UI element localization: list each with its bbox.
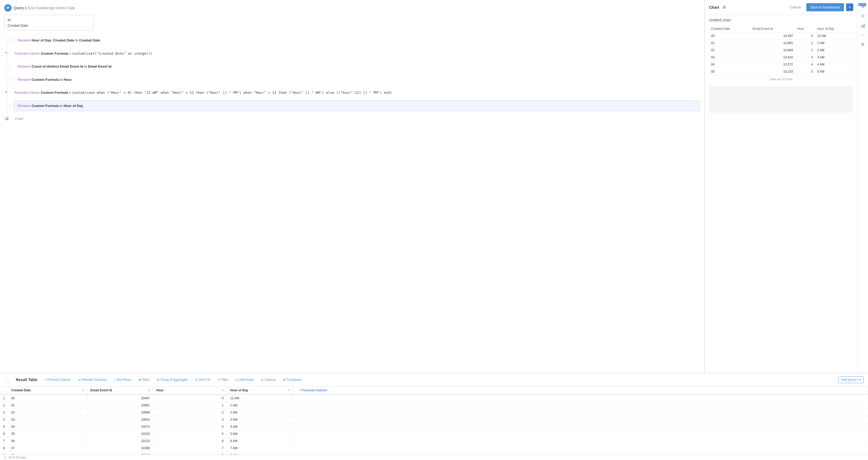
- chart-subtitle: Untitled chart: [709, 18, 853, 22]
- add-query-chevron-icon[interactable]: ▾: [858, 378, 861, 381]
- chart-cell-hour: 0: [795, 32, 815, 39]
- chart-table-row: 02 10,869 2 2 AM: [709, 47, 853, 54]
- query-label: Query 1: [14, 6, 27, 10]
- step-content-4[interactable]: Rename Custom Formula to Hour: [14, 74, 700, 85]
- result-table-title: Result Table: [16, 378, 37, 382]
- hour-col-label: Hour: [156, 389, 164, 392]
- step-from-3: Count of distinct Email Event Id: [32, 64, 83, 68]
- table-row: 6 05 10233 5 5 AM: [0, 430, 868, 437]
- sort-rows-button[interactable]: ↕ Sort Rows: [113, 377, 133, 383]
- cell-email-event-id: 10288: [87, 445, 153, 452]
- col-header-hour: Hour: [795, 25, 815, 32]
- cell-created-date: 02: [8, 409, 87, 416]
- cancel-button[interactable]: Cancel: [787, 4, 804, 11]
- add-step-btn[interactable]: +: [4, 50, 8, 56]
- transpose-button[interactable]: ⊞ Transpose: [281, 377, 303, 383]
- result-drag-handle[interactable]: ⋮⋮: [4, 379, 11, 383]
- filter-label: Filter: [221, 378, 228, 381]
- status-text: 1 - 24 of 24 rows: [4, 456, 26, 459]
- email-event-id-dropdown-icon[interactable]: ▾: [149, 389, 150, 392]
- gear-icon[interactable]: ⚙: [722, 5, 726, 10]
- cell-hour-of-day: 1 AM: [227, 402, 293, 409]
- step-formula-cast: + Formula Column Custom Formula = custom…: [4, 48, 700, 61]
- pivot-label: Pivot: [142, 378, 149, 381]
- filter-button[interactable]: ▽ Filter: [216, 377, 229, 383]
- view-all-rows-link[interactable]: View all 24 rows: [709, 75, 853, 83]
- formula-column-button[interactable]: + Formula Column: [43, 377, 72, 383]
- cell-empty: [293, 437, 868, 445]
- zero-fill-button[interactable]: ⊘ Zero Fill: [193, 377, 212, 383]
- settings-sidebar-icon[interactable]: ⚙: [859, 40, 867, 49]
- cell-empty: [293, 402, 868, 409]
- hour-of-day-col-label: Hour of Day: [230, 389, 248, 392]
- step-chart: 📊 Chart: [4, 113, 700, 126]
- table-row: 4 03 10810 3 3 AM: [0, 416, 868, 423]
- query-header: IP Query 1 from Dundersign Demo Data: [4, 4, 700, 11]
- add-query-button[interactable]: Add Query ▾: [838, 376, 864, 383]
- chart-visualization: [709, 86, 853, 113]
- chart-table-row: 01 10,891 1 1 AM: [709, 39, 853, 47]
- zero-fill-icon: ⊘: [195, 378, 197, 381]
- unpivot-label: Unpivot: [265, 378, 275, 381]
- result-toolbar: ⋮⋮ Result Table + Formula Column ⇄ Reord…: [0, 373, 868, 386]
- th-created-date: Created Date ▾: [8, 386, 87, 395]
- row-num: 9: [0, 452, 8, 455]
- drag-handle-4[interactable]: ⋮⋮: [4, 77, 11, 82]
- chart-cell-date: 01: [709, 39, 751, 47]
- step-rename-hour: ⋮⋮ Rename Custom Formula to Hour: [4, 74, 700, 87]
- reorder-icon: ⇄: [78, 378, 81, 381]
- chart-cell-hour: 5: [795, 68, 815, 75]
- step-content-6[interactable]: Rename Custom Formula to Hour of Day: [14, 100, 700, 111]
- equals-5: =: [68, 91, 72, 94]
- zero-fill-label: Zero Fill: [199, 378, 210, 381]
- step-keyword: Rename: [18, 38, 32, 42]
- save-dashboard-dropdown[interactable]: ▾: [846, 3, 853, 11]
- step-rename-hour-of-day-final: ⋮⋮ Rename Custom Formula to Hour of Day: [4, 100, 700, 114]
- pivot-button[interactable]: ⊞ Pivot: [137, 377, 151, 383]
- dots-icon[interactable]: ⋯: [859, 31, 867, 39]
- formula-code-5: custom(case when ("Hour" = 0) then "12 A…: [72, 91, 392, 94]
- step-content-2[interactable]: Formula Column Custom Formula = custom(c…: [10, 48, 700, 59]
- hour-dropdown-icon[interactable]: ▾: [222, 389, 224, 392]
- chart-sidebar-icon[interactable]: 📊: [859, 21, 867, 30]
- created-date-dropdown-icon[interactable]: ▾: [83, 389, 84, 392]
- step-content-1[interactable]: Rename Hour of Day: Created Date to Crea…: [14, 35, 700, 46]
- step-to: Created Date: [79, 38, 100, 42]
- step-content-3[interactable]: Rename Count of distinct Email Event Id …: [14, 61, 700, 72]
- unpivot-button[interactable]: ⊡ Unpivot: [259, 377, 277, 383]
- status-bar: 1 - 24 of 24 rows: [0, 455, 868, 460]
- step-content-5[interactable]: Formula Column Custom Formula = custom(c…: [10, 87, 700, 98]
- reorder-columns-button[interactable]: ⇄ Reorder Columns: [76, 377, 108, 383]
- created-date-col-label: Created Date: [11, 389, 31, 392]
- chart-cell-email: 10,497: [751, 32, 795, 39]
- col-header-hour-of-day: Hour of Day: [815, 25, 853, 32]
- chart-cell-hour: 2: [795, 47, 815, 54]
- col-header-created-date: Created Date: [709, 25, 751, 32]
- drag-handle-3[interactable]: ⋮⋮: [4, 64, 11, 68]
- group-aggregate-button[interactable]: ⊟ Group & Aggregate: [155, 377, 189, 383]
- drag-handle-6[interactable]: ⋮⋮: [4, 104, 11, 108]
- drag-handle[interactable]: ⋮⋮: [4, 38, 11, 42]
- save-dashboard-button[interactable]: Save to Dashboard: [806, 3, 844, 11]
- chart-cell-hour-of-day: 1 AM: [815, 39, 853, 47]
- col-header-email-event-id: Email Event Id: [751, 25, 795, 32]
- right-sidebar: ⊞ AUTO ⊟ 📊 ⋯ ⚙: [858, 0, 868, 373]
- hour-of-day-dropdown-icon[interactable]: ▾: [288, 389, 290, 392]
- add-formula-col-btn[interactable]: + Formula Column: [296, 386, 331, 394]
- step-formula-case: + Formula Column Custom Formula = custom…: [4, 87, 700, 100]
- step-content-chart[interactable]: Chart: [11, 113, 700, 124]
- chart-cell-hour-of-day: 4 AM: [815, 61, 853, 68]
- cell-email-event-id: 10123: [87, 437, 153, 445]
- chart-cell-email: 10,869: [751, 47, 795, 54]
- step-to-text-3: to: [83, 64, 88, 68]
- table-row: 1 00 10497 0 12 AM: [0, 395, 868, 402]
- cell-hour: 3: [153, 416, 227, 423]
- cell-hour-of-day: 6 AM: [227, 437, 293, 445]
- right-panel: Chart ⚙ Cancel Save to Dashboard ▾ Untit…: [705, 0, 858, 373]
- grid-icon[interactable]: ⊟: [859, 11, 867, 20]
- limit-rows-button[interactable]: ≡ Limit Rows: [234, 377, 255, 383]
- bottom-section: ⋮⋮ Result Table + Formula Column ⇄ Reord…: [0, 373, 868, 460]
- add-step-btn-5[interactable]: +: [4, 89, 8, 95]
- query-icon: IP: [4, 4, 11, 11]
- chart-cell-hour-of-day: 3 AM: [815, 54, 853, 61]
